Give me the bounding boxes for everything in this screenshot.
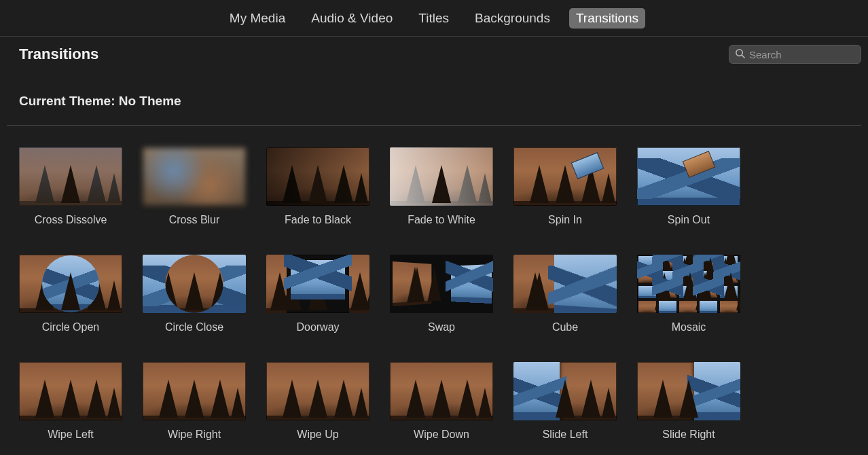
search-icon [735,48,749,61]
transition-label: Fade to White [408,214,475,226]
media-browser-tabs: My Media Audio & Video Titles Background… [0,0,868,37]
transition-slide-right[interactable]: Slide Right [637,362,740,441]
transition-label: Cube [552,321,578,333]
current-theme-label: Current Theme: No Theme [0,73,868,125]
svg-line-1 [742,55,744,58]
transition-label: Slide Right [662,429,715,441]
transition-label: Spin Out [668,214,710,226]
transition-thumbnail [266,147,369,206]
transition-thumbnail [513,147,617,206]
transition-label: Doorway [296,321,339,333]
transition-label: Cross Dissolve [35,214,107,226]
transition-thumbnail [637,362,740,420]
tab-transitions[interactable]: Transitions [569,8,645,29]
transition-label: Wipe Right [168,429,221,441]
transition-thumbnail [390,255,493,313]
transition-label: Cross Blur [169,214,220,226]
transition-fade-to-black[interactable]: Fade to Black [266,147,369,226]
transition-thumbnail [143,362,246,420]
transition-doorway[interactable]: Doorway [266,255,369,333]
search-box[interactable] [729,45,861,64]
transition-wipe-left[interactable]: Wipe Left [19,362,122,441]
transition-thumbnail [266,255,369,313]
transition-label: Circle Close [165,321,223,333]
tab-titles[interactable]: Titles [412,8,456,29]
transition-thumbnail [19,147,122,206]
transition-label: Wipe Up [297,429,338,441]
transition-thumbnail [637,255,740,313]
transitions-grid: Cross Dissolve Cross Blur Fade to Black … [0,126,868,454]
transition-thumbnail [19,255,122,313]
transition-circle-close[interactable]: Circle Close [143,255,246,333]
panel-title: Transitions [19,46,98,63]
transition-label: Circle Open [42,321,99,333]
transition-thumbnail [390,362,493,420]
transition-label: Wipe Left [48,429,94,441]
panel-subheader: Transitions [0,37,868,73]
transition-label: Slide Left [543,429,588,441]
transition-spin-in[interactable]: Spin In [513,147,617,226]
transition-thumbnail [513,255,617,313]
transition-label: Fade to Black [285,214,351,226]
transition-cross-blur[interactable]: Cross Blur [143,147,246,226]
transition-wipe-right[interactable]: Wipe Right [143,362,246,441]
tab-backgrounds[interactable]: Backgrounds [468,8,557,29]
transition-thumbnail [513,362,617,420]
transition-fade-to-white[interactable]: Fade to White [390,147,493,226]
transition-cross-dissolve[interactable]: Cross Dissolve [19,147,122,226]
transition-thumbnail [19,362,122,420]
transition-thumbnail [390,147,493,206]
transition-label: Mosaic [672,321,706,333]
transition-label: Spin In [548,214,582,226]
transition-wipe-up[interactable]: Wipe Up [266,362,369,441]
theme-name: No Theme [119,94,181,108]
tab-audio-video[interactable]: Audio & Video [304,8,399,29]
transition-wipe-down[interactable]: Wipe Down [390,362,493,441]
transition-cube[interactable]: Cube [513,255,617,333]
transition-swap[interactable]: Swap [390,255,493,333]
transition-thumbnail [143,147,246,206]
transition-thumbnail [266,362,369,420]
search-input[interactable] [749,49,855,60]
tab-my-media[interactable]: My Media [223,8,292,29]
transition-thumbnail [143,255,246,313]
transition-thumbnail [637,147,740,206]
transition-label: Wipe Down [414,429,469,441]
transition-spin-out[interactable]: Spin Out [637,147,740,226]
transition-slide-left[interactable]: Slide Left [513,362,617,441]
theme-prefix: Current Theme: [19,94,119,108]
transition-circle-open[interactable]: Circle Open [19,255,122,333]
transition-label: Swap [428,321,455,333]
transition-mosaic[interactable]: Mosaic [637,255,740,333]
